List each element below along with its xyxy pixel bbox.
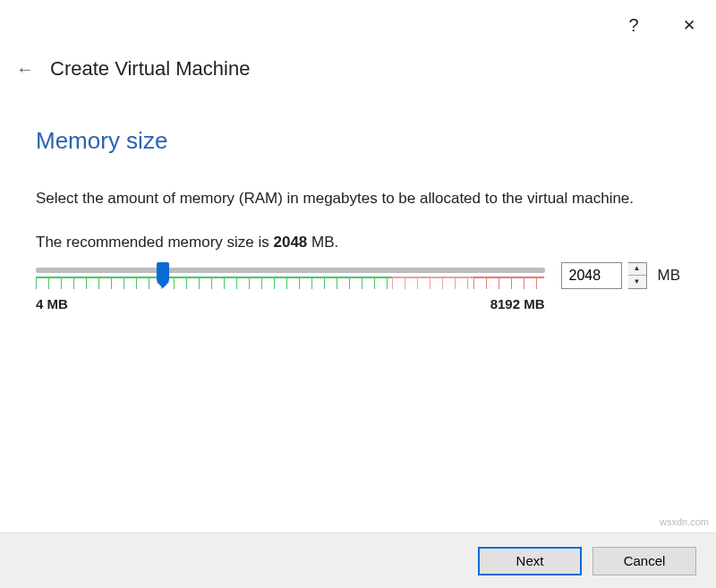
slider-thumb[interactable] — [157, 262, 169, 282]
close-icon[interactable]: ✕ — [671, 16, 707, 35]
memory-spinner: ▲ ▼ MB — [561, 262, 681, 289]
next-button[interactable]: Next — [478, 547, 582, 575]
slider-zone-warn — [392, 277, 473, 289]
titlebar: ? ✕ — [0, 0, 716, 50]
memory-control-row: 4 MB 8192 MB ▲ ▼ MB — [36, 262, 680, 311]
slider-track-base — [36, 268, 545, 273]
slider-zone-safe — [36, 277, 392, 289]
wizard-header: ← Create Virtual Machine — [0, 57, 716, 81]
slider-ruler — [36, 277, 545, 289]
recommended-suffix: MB. — [307, 234, 338, 251]
help-icon[interactable]: ? — [616, 15, 652, 36]
slider-min-label: 4 MB — [36, 296, 68, 311]
watermark: wsxdn.com — [660, 516, 709, 527]
cancel-button[interactable]: Cancel — [592, 547, 696, 575]
footer: Next Cancel — [0, 533, 716, 588]
recommended-value: 2048 — [273, 234, 307, 251]
memory-unit-label: MB — [658, 267, 681, 285]
memory-slider[interactable]: 4 MB 8192 MB — [36, 262, 545, 311]
memory-input[interactable] — [561, 262, 622, 289]
recommended-prefix: The recommended memory size is — [36, 234, 273, 251]
page-title: Memory size — [36, 127, 680, 155]
spinner-down-button[interactable]: ▼ — [628, 276, 646, 288]
recommended-text: The recommended memory size is 2048 MB. — [36, 234, 680, 251]
slider-zone-danger — [473, 277, 545, 289]
description-text: Select the amount of memory (RAM) in meg… — [36, 187, 662, 210]
content-area: Memory size Select the amount of memory … — [0, 127, 716, 311]
slider-track[interactable] — [36, 268, 545, 284]
spinner-buttons: ▲ ▼ — [628, 262, 647, 289]
slider-labels: 4 MB 8192 MB — [36, 296, 545, 311]
back-icon[interactable]: ← — [16, 59, 34, 80]
spinner-up-button[interactable]: ▲ — [628, 263, 646, 276]
wizard-title: Create Virtual Machine — [50, 57, 250, 81]
slider-max-label: 8192 MB — [490, 296, 545, 311]
